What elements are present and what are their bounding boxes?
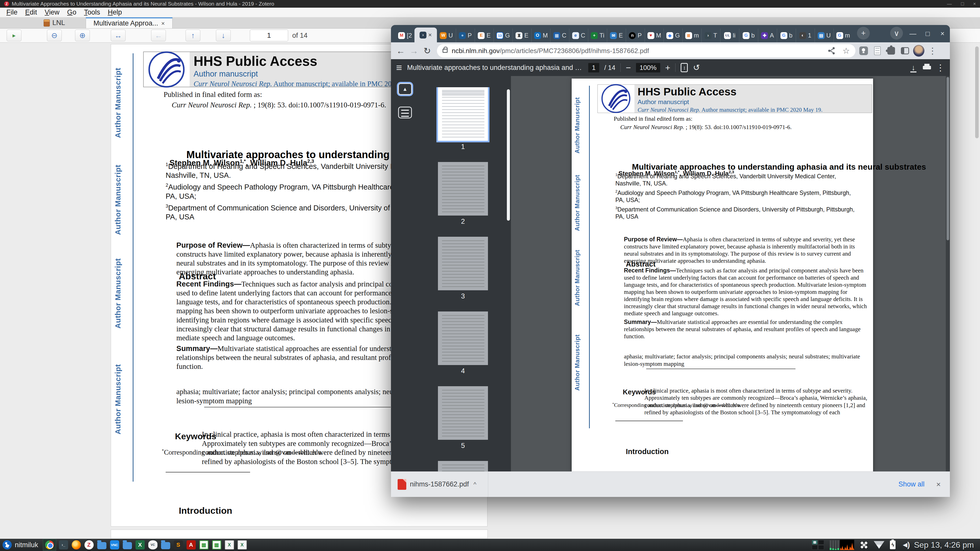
taskbar-app-icon[interactable]: ›_	[58, 540, 69, 550]
browser-tab-active[interactable]: › ×	[414, 27, 437, 42]
tab-close-icon[interactable]: ×	[428, 32, 432, 38]
menu-item[interactable]: Help	[104, 8, 126, 16]
thumbnail-image[interactable]	[438, 87, 488, 141]
fit-to-page-icon[interactable]: ↕	[681, 63, 688, 72]
pdf-zoom-in-button[interactable]: +	[665, 63, 670, 73]
workspace-switcher[interactable]	[812, 540, 824, 550]
workspace-2[interactable]	[818, 540, 824, 545]
browser-tab[interactable]: ◐1	[796, 29, 815, 42]
hostname-label[interactable]: nitmiluk	[15, 541, 38, 549]
new-tab-button[interactable]: +	[857, 27, 870, 40]
menu-item[interactable]: Go	[63, 8, 80, 16]
zotero-maximize-button[interactable]: □	[961, 1, 964, 6]
system-monitor-bars[interactable]	[830, 540, 854, 550]
window-minimize-button[interactable]: —	[905, 30, 920, 38]
browser-tab[interactable]: ULli	[720, 29, 739, 42]
page-thumbnail[interactable]: 5	[438, 386, 488, 450]
share-icon[interactable]	[827, 46, 836, 55]
taskbar-app-icon[interactable]: X	[135, 540, 145, 550]
taskbar-app-icon[interactable]: VNC	[109, 540, 120, 550]
bookmark-star-icon[interactable]: ☆	[842, 46, 850, 56]
taskbar-app-icon[interactable]: ▦	[199, 540, 209, 550]
browser-tab[interactable]: Gm	[834, 29, 853, 42]
thumbnail-image[interactable]	[438, 386, 488, 440]
page-thumbnail[interactable]	[438, 461, 488, 472]
browser-tab[interactable]: 13G	[493, 29, 512, 42]
browser-tab[interactable]: ▦C	[550, 29, 569, 42]
side-panel-icon[interactable]	[899, 45, 911, 56]
tab-library[interactable]: LNL	[23, 17, 86, 28]
page-thumbnail[interactable]: 4	[438, 311, 488, 375]
browser-tab[interactable]: ◆G	[663, 29, 682, 42]
thumbnails-view-icon[interactable]: ▲	[398, 83, 412, 95]
zotero-scrollbar-thumb[interactable]	[975, 46, 979, 138]
download-options-chevron[interactable]: ^	[473, 481, 476, 488]
browser-tab[interactable]: eC	[569, 29, 588, 42]
browser-tab[interactable]: +Ti	[588, 29, 607, 42]
downloaded-file-chip[interactable]: nihms-1587662.pdf ^	[398, 472, 488, 497]
browser-tab[interactable]: ≣m	[682, 29, 701, 42]
fit-width-button[interactable]: ↔	[111, 30, 126, 41]
taskbar-app-icon[interactable]: VC	[148, 540, 158, 550]
page-number-input[interactable]: 1	[250, 30, 288, 41]
page-thumbnail[interactable]: 1	[438, 87, 488, 151]
keep-extension-icon[interactable]	[858, 45, 869, 56]
pdf-print-icon[interactable]	[923, 64, 931, 71]
browser-tab[interactable]: ›T	[701, 29, 720, 42]
menu-item[interactable]: Tools	[80, 8, 104, 16]
pdf-zoom-level[interactable]: 100%	[636, 63, 660, 73]
pdf-more-icon[interactable]: ⋮	[936, 62, 945, 73]
zoom-out-button[interactable]: ⊖	[47, 30, 62, 41]
taskbar-app-icon[interactable]: X	[224, 540, 235, 550]
browser-tab[interactable]: ✚A	[758, 29, 777, 42]
page-thumbnail[interactable]: 2	[438, 162, 488, 225]
tab-search-button[interactable]: ∨	[890, 27, 903, 40]
navigate-back-button[interactable]: ←	[151, 30, 166, 41]
browser-tab[interactable]: ▤U	[815, 29, 834, 42]
lock-icon[interactable]	[442, 49, 448, 53]
chrome-menu-icon[interactable]: ⋮	[927, 45, 938, 56]
browser-tab[interactable]: ♥M	[645, 29, 663, 42]
extensions-puzzle-icon[interactable]	[886, 45, 897, 56]
rotate-icon[interactable]: ↺	[693, 63, 700, 73]
window-maximize-button[interactable]: □	[920, 30, 935, 38]
menu-item[interactable]: View	[41, 8, 63, 16]
zotero-close-button[interactable]: ×	[973, 1, 976, 6]
browser-tab[interactable]: ✉E	[607, 29, 626, 42]
taskbar-app-icon[interactable]: X	[237, 540, 248, 550]
taskbar-app-icon[interactable]: A	[186, 540, 197, 550]
taskbar-app-icon[interactable]: S	[173, 540, 184, 550]
wifi-tray-icon[interactable]	[873, 541, 884, 549]
tab-close-icon[interactable]: ×	[161, 20, 165, 27]
page-up-button[interactable]: ↑	[186, 30, 200, 41]
menu-item[interactable]: Edit	[21, 8, 41, 16]
browser-tab[interactable]: Gb	[777, 29, 796, 42]
volume-tray-icon[interactable]: ◄)	[901, 540, 908, 549]
address-bar[interactable]: ncbi.nlm.nih.gov/pmc/articles/PMC7236806…	[437, 44, 856, 57]
taskbar-app-icon[interactable]	[160, 540, 171, 550]
reload-button[interactable]: ↻	[421, 46, 433, 56]
back-button[interactable]: ←	[395, 46, 407, 56]
thumbnail-image[interactable]	[438, 311, 488, 365]
workspace-4[interactable]	[818, 545, 824, 550]
download-bar-close-icon[interactable]: ×	[936, 480, 941, 489]
forward-button[interactable]: →	[408, 46, 420, 56]
browser-tab[interactable]: M[2	[396, 29, 414, 42]
battery-tray-icon[interactable]: ϟ	[890, 540, 896, 549]
taskbar-app-icon[interactable]	[71, 540, 82, 550]
page-thumbnail[interactable]: 3	[438, 237, 488, 300]
thumbnail-image[interactable]	[438, 237, 488, 290]
workspace-1-active[interactable]	[812, 540, 818, 545]
thumbnail-image[interactable]	[438, 162, 488, 216]
window-close-button[interactable]: ×	[935, 30, 950, 38]
outline-view-icon[interactable]	[398, 106, 412, 118]
taskbar-app-icon[interactable]: ▦	[211, 540, 222, 550]
taskbar-app-icon[interactable]: Z	[84, 540, 94, 550]
pdf-menu-icon[interactable]: ≡	[396, 62, 402, 73]
zotero-minimize-button[interactable]: —	[947, 1, 952, 6]
show-all-downloads-link[interactable]: Show all	[898, 480, 924, 488]
browser-tab[interactable]: EE	[475, 29, 493, 42]
pdf-page-input[interactable]: 1	[588, 63, 599, 73]
pdf-zoom-out-button[interactable]: −	[626, 63, 631, 73]
page-down-button[interactable]: ↓	[216, 30, 231, 41]
